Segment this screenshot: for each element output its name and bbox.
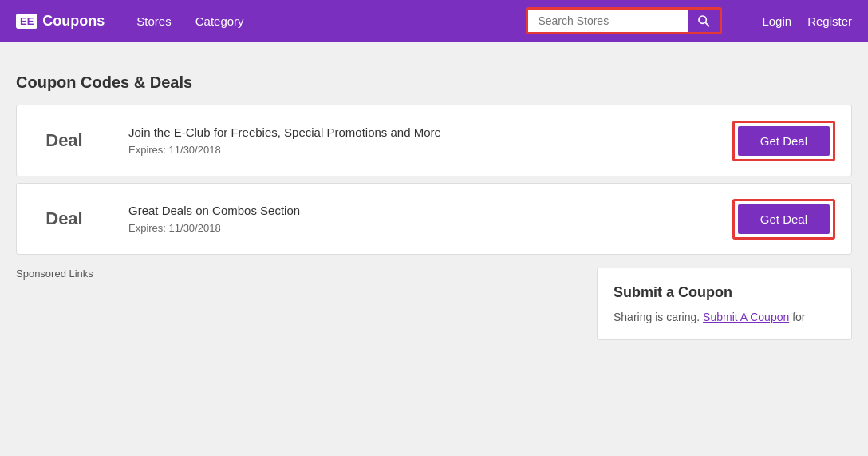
get-deal-wrapper-1: Get Deal [732, 121, 835, 161]
search-container [526, 7, 722, 34]
logo[interactable]: EE Coupons [16, 13, 105, 30]
deal-label-2: Deal [17, 192, 112, 245]
get-deal-button-2[interactable]: Get Deal [738, 204, 830, 234]
submit-coupon-suffix: for [792, 311, 805, 323]
auth-links: Login Register [762, 14, 852, 28]
main-nav: Stores Category [136, 14, 243, 28]
search-input[interactable] [528, 10, 688, 32]
logo-icon: EE [16, 14, 37, 29]
header: EE Coupons Stores Category Login Registe… [0, 0, 868, 42]
deal-expiry-2: Expires: 11/30/2018 [128, 222, 700, 234]
login-link[interactable]: Login [762, 14, 791, 28]
deal-card-1: Deal Join the E-Club for Freebies, Speci… [16, 105, 852, 176]
sponsored-links: Sponsored Links [16, 268, 93, 280]
deal-title-2: Great Deals on Combos Section [128, 204, 700, 217]
deal-action-1: Get Deal [716, 108, 851, 174]
deal-title-1: Join the E-Club for Freebies, Special Pr… [128, 125, 700, 139]
search-button[interactable] [688, 10, 720, 32]
submit-coupon-link[interactable]: Submit A Coupon [703, 311, 789, 323]
submit-coupon-text: Sharing is caring. Submit A Coupon for [614, 311, 835, 323]
nav-stores[interactable]: Stores [136, 14, 171, 28]
get-deal-wrapper-2: Get Deal [732, 199, 835, 240]
bottom-row: Sponsored Links Submit a Coupon Sharing … [0, 261, 868, 340]
deal-info-1: Join the E-Club for Freebies, Special Pr… [112, 113, 716, 169]
register-link[interactable]: Register [807, 14, 852, 28]
nav-category[interactable]: Category [195, 14, 244, 28]
deal-info-2: Great Deals on Combos Section Expires: 1… [112, 191, 716, 247]
deal-label-1: Deal [17, 114, 112, 167]
submit-coupon-title: Submit a Coupon [614, 284, 835, 301]
svg-line-1 [706, 22, 709, 26]
deal-expiry-1: Expires: 11/30/2018 [128, 144, 700, 156]
content-area: Coupon Codes & Deals Deal Join the E-Clu… [0, 42, 868, 255]
submit-coupon-box: Submit a Coupon Sharing is caring. Submi… [597, 268, 852, 340]
page-title: Coupon Codes & Deals [16, 73, 852, 92]
deal-card-2: Deal Great Deals on Combos Section Expir… [16, 183, 852, 255]
search-icon [697, 14, 710, 27]
logo-text: Coupons [42, 13, 105, 30]
submit-coupon-prefix: Sharing is caring. [614, 311, 700, 323]
deal-action-2: Get Deal [716, 186, 851, 252]
get-deal-button-1[interactable]: Get Deal [738, 126, 830, 156]
